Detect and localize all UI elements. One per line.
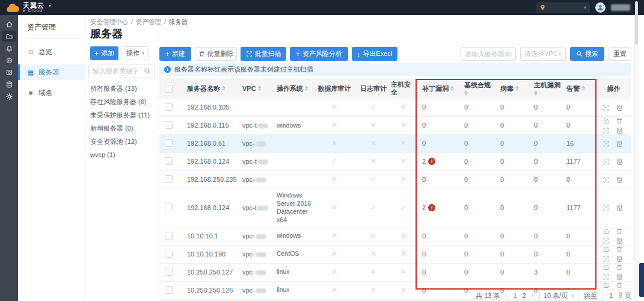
scan-icon[interactable] (602, 273, 610, 281)
trash-icon[interactable] (615, 228, 623, 235)
search-icon[interactable] (144, 67, 151, 75)
report-clock-icon[interactable] (615, 126, 623, 134)
sidebar-item-域名[interactable]: ■域名 (18, 85, 85, 101)
server-name[interactable]: 192.168.0.61 (182, 137, 238, 150)
report-clock-icon[interactable] (615, 140, 623, 147)
sidebar-item-总览[interactable]: ⊙总览 (18, 44, 85, 60)
server-name[interactable]: 192.168.0.115 (182, 119, 238, 132)
action-dropdown-button[interactable]: 操作 ▾ (121, 46, 149, 60)
sort-caret-icon[interactable] (581, 85, 585, 91)
row-checkbox[interactable] (165, 103, 173, 111)
scan-icon[interactable] (602, 237, 610, 245)
server-group-item[interactable]: 新增服务器 (0) (90, 122, 156, 135)
edit-icon[interactable] (602, 228, 610, 235)
server-name[interactable]: 192.168.250.235 (182, 173, 238, 186)
rail-item-monitor-icon[interactable] (2, 67, 16, 78)
scrollbar-thumb[interactable] (635, 1, 638, 45)
region-selector[interactable]: ▾ (536, 2, 590, 13)
rail-item-gear-icon[interactable] (2, 91, 16, 102)
avatar[interactable] (595, 2, 606, 13)
sort-caret-icon[interactable] (534, 90, 538, 96)
scan-icon[interactable] (602, 204, 610, 212)
jump-page-input[interactable] (603, 290, 619, 301)
report-clock-icon[interactable] (615, 273, 623, 281)
brand-logo[interactable]: 天翼云 e Cloud • (0, 2, 51, 13)
create-button[interactable]: + 新建 (159, 47, 191, 61)
rail-item-home-icon[interactable] (2, 19, 16, 29)
vpc-select[interactable]: 请选择VPC ∨ (520, 47, 566, 61)
trash-icon[interactable] (615, 282, 623, 290)
report-clock-icon[interactable] (615, 176, 623, 184)
search-button[interactable]: 搜索 (570, 47, 604, 61)
sort-caret-icon[interactable] (464, 90, 468, 96)
row-checkbox[interactable] (165, 139, 173, 147)
trash-icon[interactable] (615, 246, 623, 253)
server-group-item[interactable]: 存在风险服务器 (6) (90, 95, 156, 108)
page-number-1[interactable]: 1 (514, 292, 517, 299)
batch-scan-button[interactable]: 批量扫描 (241, 47, 286, 61)
sort-caret-icon[interactable] (222, 85, 225, 91)
rail-item-host-icon[interactable] (2, 55, 16, 66)
edit-icon[interactable] (602, 117, 610, 125)
export-excel-button[interactable]: ↓ 导出Execl (352, 47, 397, 61)
select-all-checkbox[interactable] (165, 85, 173, 93)
server-group-item[interactable]: wvcp (1) (90, 148, 156, 161)
keyword-search-input[interactable] (93, 67, 144, 75)
server-name[interactable]: 192.168.0.124 (182, 201, 238, 214)
scan-icon[interactable] (602, 140, 610, 147)
row-checkbox[interactable] (165, 121, 173, 129)
username-redacted[interactable] (611, 4, 630, 11)
page-size-select[interactable]: 10 条/页 ∨ (539, 290, 578, 301)
sort-caret-icon[interactable] (450, 85, 454, 91)
rail-item-database-icon[interactable] (2, 79, 16, 90)
server-name[interactable]: 10.10.10.1 (182, 229, 238, 243)
scan-icon[interactable] (602, 176, 610, 184)
next-page-arrow[interactable]: › (532, 291, 534, 300)
edit-icon[interactable] (602, 246, 610, 253)
server-name[interactable]: 10.10.10.190 (182, 247, 238, 261)
report-clock-icon[interactable] (615, 104, 623, 111)
row-checkbox[interactable] (165, 250, 173, 258)
scan-icon[interactable] (602, 255, 610, 263)
server-name[interactable]: 10.250.250.127 (182, 265, 238, 279)
server-group-item[interactable]: 安全资源池 (12) (90, 135, 156, 148)
page-number-2[interactable]: 2 (523, 292, 526, 299)
report-clock-icon[interactable] (615, 158, 623, 166)
server-group-item[interactable]: 未受保护服务器 (11) (90, 108, 156, 122)
scrollbar-track[interactable] (634, 15, 639, 301)
report-clock-icon[interactable] (615, 204, 623, 212)
edit-icon[interactable] (602, 282, 610, 290)
risk-analysis-button[interactable]: + 资产风险分析 (290, 47, 348, 61)
trash-icon[interactable] (615, 117, 623, 125)
batch-delete-button[interactable]: 批量删除 (195, 47, 237, 61)
row-checkbox[interactable] (165, 268, 173, 276)
breadcrumb-item[interactable]: 服务器 (169, 18, 188, 26)
add-button[interactable]: + 添加 (90, 46, 118, 60)
row-checkbox[interactable] (165, 175, 173, 183)
rail-item-bell-icon[interactable] (2, 43, 16, 54)
sort-caret-icon[interactable] (258, 85, 262, 91)
trash-icon[interactable] (615, 264, 623, 272)
server-name[interactable]: 192.168.0.105 (182, 101, 238, 114)
breadcrumb-item[interactable]: 资产管理 (136, 18, 161, 26)
server-name-input[interactable] (461, 47, 516, 61)
row-checkbox[interactable] (165, 232, 173, 240)
server-name[interactable]: 192.168.0.124 (182, 155, 238, 168)
sidebar-item-服务器[interactable]: ▦服务器 (18, 64, 85, 80)
row-checkbox[interactable] (165, 203, 173, 211)
sort-caret-icon[interactable] (515, 85, 519, 91)
reset-button[interactable]: 重置 (609, 47, 631, 61)
edit-icon[interactable] (602, 264, 610, 272)
sort-caret-icon[interactable] (305, 85, 308, 91)
scan-icon[interactable] (602, 126, 610, 134)
floating-side-widget[interactable] (639, 263, 644, 297)
scan-icon[interactable] (602, 104, 610, 111)
report-clock-icon[interactable] (615, 255, 623, 263)
server-group-item[interactable]: 所有服务器 (13) (90, 82, 156, 95)
row-checkbox[interactable] (165, 157, 173, 165)
breadcrumb-item[interactable]: 安全管理中心 (90, 18, 128, 26)
report-clock-icon[interactable] (615, 237, 623, 245)
prev-page-arrow[interactable]: ‹ (506, 291, 508, 300)
rail-item-folder-icon[interactable] (2, 31, 16, 42)
scan-icon[interactable] (602, 158, 610, 166)
